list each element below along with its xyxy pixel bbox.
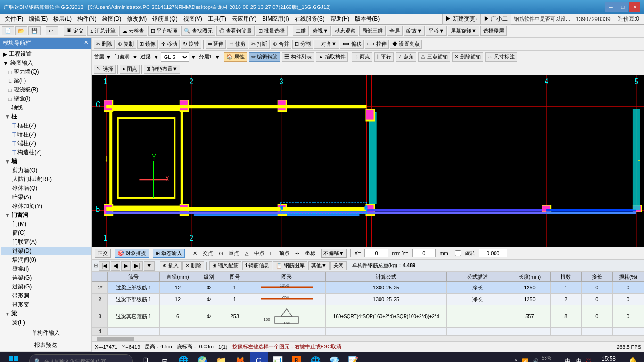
sidebar-section-draw[interactable]: ▼ 绘图输入 — [1, 58, 91, 67]
dim-btn[interactable]: ↔ 尺寸标注 — [485, 52, 517, 62]
component-list-btn[interactable]: ☰ 构件列表 — [282, 52, 314, 62]
figure-num-cell[interactable]: 1 — [222, 294, 248, 305]
sidebar-item-masonry-bar[interactable]: 砌体加筋(Y) — [1, 202, 91, 211]
toolbar-new-change[interactable]: ▶ 新建变更· — [442, 14, 480, 25]
diameter-cell[interactable]: 12 — [159, 282, 196, 294]
sidebar-item-niche2[interactable]: 壁龛(I) — [1, 264, 91, 273]
del-aux-btn[interactable]: ✕ 删除辅轴 — [452, 52, 483, 62]
intersect-btn[interactable]: 交点 — [201, 249, 215, 257]
length-cell[interactable]: 1250 — [509, 282, 550, 294]
sidebar-item-frame-col[interactable]: T 框柱(Z) — [1, 121, 91, 130]
sidebar-section-project[interactable]: ▶ 工程设置 — [1, 49, 91, 58]
tb-select-floor[interactable]: 选择楼层 — [480, 26, 507, 36]
sidebar-item-lintel[interactable]: 过梁(D) — [1, 247, 91, 255]
tb-define[interactable]: ▣ 定义 — [64, 26, 86, 36]
sidebar-item-strip-opening[interactable]: 带形洞 — [1, 291, 91, 300]
joint-cell[interactable]: 0 — [581, 305, 612, 328]
loss-cell[interactable]: 0 — [612, 305, 644, 328]
tb-align[interactable]: ≡ 对齐▼ — [314, 40, 339, 49]
x-input[interactable] — [364, 249, 388, 257]
minimize-button[interactable]: ─ — [605, 2, 617, 12]
sidebar-item-end-col[interactable]: T 端柱(Z) — [1, 139, 91, 148]
tb-find-elem[interactable]: 🔍 查找图元 — [181, 26, 215, 36]
desc-cell[interactable]: 净长 — [446, 282, 509, 294]
other-btn[interactable]: 其他▼ — [308, 261, 330, 270]
rebar-name-cell[interactable]: 过梁下部纵筋.1 — [107, 294, 159, 305]
nav-first-btn[interactable]: |◀ — [99, 261, 110, 271]
sidebar-item-shear-wall2[interactable]: 剪力墙(Q) — [1, 166, 91, 175]
menu-component[interactable]: 构件(N) — [74, 14, 99, 24]
menu-online[interactable]: 在线服务(S) — [292, 14, 328, 24]
menu-view[interactable]: 视图(V) — [181, 14, 205, 24]
tb-undo[interactable]: ↩ · — [46, 26, 58, 35]
figure-num-cell[interactable]: 1 — [222, 282, 248, 294]
formula-cell[interactable]: 1300-25-25 — [325, 282, 446, 294]
diameter-cell[interactable]: 6 — [159, 305, 196, 328]
tb-mirror[interactable]: ⊞ 镜像 — [137, 40, 158, 49]
tb-flat-plate[interactable]: ⊞ 平齐板顶 — [148, 26, 180, 36]
taskbar-icon-g[interactable]: G — [250, 352, 268, 362]
y-input[interactable] — [412, 249, 436, 257]
tb-pan[interactable]: 平移▼ — [426, 26, 447, 36]
dynamic-input-btn[interactable]: ⊞ 动态输入 — [153, 249, 185, 258]
taskbar-icon-app5[interactable]: 📝 — [344, 352, 362, 362]
table-row[interactable]: 4 — [92, 328, 644, 336]
cad-drawing-area[interactable]: 1 2 3 4 5 G B — [92, 75, 644, 247]
taskbar-icon-cortana[interactable]: 🎙 — [137, 352, 155, 362]
steel-close-btn[interactable]: 关闭 — [330, 261, 347, 270]
start-button[interactable] — [2, 352, 25, 362]
sidebar-item-window[interactable]: 窗(C) — [1, 229, 91, 238]
scale-rebar-btn[interactable]: ⊞ 缩尺配筋 — [209, 261, 241, 270]
tb-view[interactable]: 俯视▼ — [310, 26, 331, 36]
rotate-input[interactable] — [479, 249, 507, 257]
grade-cell[interactable]: Φ — [196, 294, 222, 305]
rebar-name-cell[interactable]: 过梁上部纵筋.1 — [107, 282, 159, 294]
figure-num-cell[interactable]: 253 — [222, 305, 248, 328]
tb-break[interactable]: ✂ 打断 — [249, 40, 270, 49]
tray-volume[interactable]: 🔊 — [531, 358, 540, 362]
desc-cell[interactable]: 净长 — [446, 294, 509, 305]
menu-bim[interactable]: BIM应用(I) — [259, 14, 292, 24]
taskbar-icon-file[interactable]: 📁 — [212, 352, 230, 362]
count-cell[interactable]: 2 — [550, 294, 581, 305]
loss-cell[interactable]: 0 — [612, 282, 644, 294]
report-preview-btn[interactable]: 报表预览 — [0, 339, 91, 352]
parallel-btn[interactable]: ∥ 平行 — [374, 52, 394, 62]
midpoint-btn[interactable]: 中点 — [252, 249, 266, 257]
edit-steel-btn[interactable]: ✏ 编辑钢筋 — [249, 52, 280, 62]
clock[interactable]: 15:58 2017/11/20 — [594, 355, 623, 362]
horizontal-scrollbar[interactable] — [92, 336, 644, 341]
windows-search[interactable]: 🔍 在这里输入你要搜索的内容 — [29, 354, 133, 362]
tb-batch-select[interactable]: ⊡ 批量选择 — [256, 26, 288, 36]
select-btn[interactable]: ↖ 选择 — [94, 65, 116, 74]
tb-save[interactable]: 💾 — [28, 26, 41, 35]
sidebar-item-door-window[interactable]: 门联窗(A) — [1, 238, 91, 247]
sidebar-item-civil-def-wall[interactable]: 人防门框墙(RF) — [1, 175, 91, 184]
single-component-input-btn[interactable]: 单构件输入 — [0, 327, 91, 339]
count-cell[interactable]: 8 — [550, 305, 581, 328]
sidebar-item-door-window-group[interactable]: ▼ 门窗洞 — [1, 211, 91, 220]
tb-open[interactable]: 📂 — [15, 26, 27, 35]
tb-local-3d[interactable]: 局部三维 — [359, 26, 386, 36]
snap-btn[interactable]: 🎯 对象捕捉 — [115, 249, 149, 258]
length-cell[interactable]: 557 — [509, 305, 550, 328]
sidebar-item-beam2[interactable]: 梁(L) — [1, 318, 91, 327]
tb-move[interactable]: ✛ 移动 — [159, 40, 180, 49]
rebar-name-cell[interactable]: 过梁其它箍筋.1 — [107, 305, 159, 328]
taskbar-icon-app4[interactable]: 💎 — [325, 352, 343, 362]
menu-file[interactable]: 文件(F) — [2, 14, 26, 24]
tb-zoom[interactable]: 缩放▼ — [404, 26, 425, 36]
sidebar-item-wall-opening[interactable]: 墙洞间(0) — [1, 255, 91, 264]
menu-version[interactable]: 版本号(B) — [352, 14, 382, 24]
nav-prev-btn[interactable]: ◀ — [111, 261, 120, 271]
taskbar-icon-app1[interactable]: 📊 — [269, 352, 287, 362]
maximize-button[interactable]: □ — [617, 2, 628, 12]
sidebar-item-beam[interactable]: L 梁(L) — [1, 76, 91, 85]
tb-split[interactable]: ⊞ 分割 — [292, 40, 313, 49]
tb-grip[interactable]: ◆ 设置夹点 — [390, 40, 422, 49]
steel-lib-btn[interactable]: 📋 钢筋图库 — [273, 261, 307, 270]
taskbar-icon-task[interactable]: ⊞ — [156, 352, 173, 362]
menu-cloud[interactable]: 云应用(Y) — [229, 14, 259, 24]
ortho-btn[interactable]: 正交 — [95, 249, 111, 258]
tb-view-steel[interactable]: ◎ 查看钢筋量 — [216, 26, 255, 36]
